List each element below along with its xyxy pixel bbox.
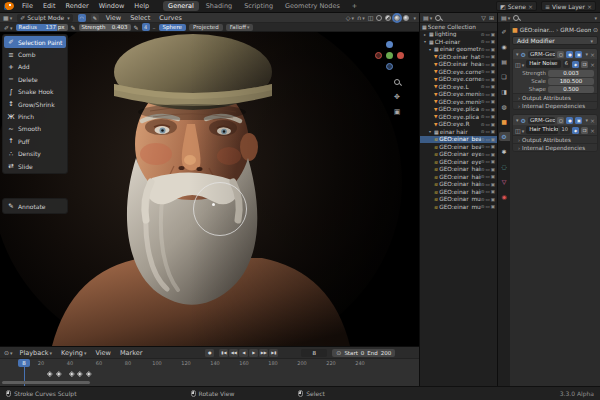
- collapse-icon[interactable]: ▾: [516, 51, 519, 57]
- outliner-row-object[interactable]: ▼GEO:eye.cornea⊙▭▣: [420, 68, 497, 76]
- menu-help[interactable]: Help: [132, 2, 151, 10]
- menu-file[interactable]: File: [20, 2, 35, 10]
- outliner-row-object[interactable]: ≋GEO:einar_must⊙▭▣: [420, 203, 497, 211]
- edit-mode-toggle-icon[interactable]: ▢: [557, 51, 564, 58]
- close-icon[interactable]: ×: [590, 51, 595, 58]
- visibility-icons[interactable]: ⊙▭▣: [481, 92, 495, 97]
- tool-add[interactable]: +Add: [4, 61, 66, 73]
- menu-playback[interactable]: Playback▾: [18, 349, 55, 357]
- outliner-row-object[interactable]: ▼GEO:eye.menisc⊙▭▣: [420, 98, 497, 106]
- workspace-tab-general[interactable]: General: [163, 1, 199, 11]
- tool-pinch[interactable]: ЖPinch: [4, 110, 66, 122]
- realtime-toggle-icon[interactable]: ●: [566, 117, 573, 124]
- modifier-name-field[interactable]: GRM-Geo...: [528, 117, 556, 124]
- overlays-icon[interactable]: ◫: [368, 14, 374, 21]
- falloff-dropdown[interactable]: Falloff▾: [226, 24, 254, 31]
- tab-output-icon[interactable]: ▤: [499, 57, 510, 66]
- unlink-icon[interactable]: ×: [590, 61, 595, 68]
- visibility-icons[interactable]: ⊙▭▣: [481, 152, 495, 157]
- scene-unlink-icon[interactable]: ×: [528, 3, 533, 10]
- play-reverse-icon[interactable]: ◀: [239, 349, 248, 357]
- tab-world-icon[interactable]: ◍: [499, 102, 510, 111]
- keyframe-diamond[interactable]: [69, 371, 74, 376]
- zoom-icon[interactable]: [392, 77, 402, 87]
- outliner-row-object[interactable]: ▼GEO:eye.plica_s⊙▭▣: [420, 113, 497, 121]
- timeline-scrollbar[interactable]: [2, 381, 90, 385]
- outliner-row-object[interactable]: ≋GEO:einar_hair⊙▭▣: [420, 188, 497, 196]
- axis-x-neg-icon[interactable]: [375, 52, 382, 59]
- visibility-icons[interactable]: ⊙▭▣: [481, 39, 495, 44]
- tool-snake-hook[interactable]: ∫Snake Hook: [4, 86, 66, 98]
- outliner-search-icon[interactable]: [435, 15, 441, 21]
- tool-delete[interactable]: −Delete: [4, 73, 66, 85]
- visibility-icons[interactable]: ⊙▭▣: [481, 122, 495, 127]
- outliner-row-object-selected[interactable]: ≋GEO:einar_bear⊙▭▣: [420, 136, 497, 144]
- tool-slide[interactable]: ⇄Slide: [4, 160, 66, 172]
- menu-view[interactable]: View: [104, 14, 123, 22]
- navigation-gizmo[interactable]: [375, 41, 405, 71]
- node-group-name[interactable]: Hair Noise: [526, 60, 561, 68]
- scene-selector[interactable]: ◩ Scene ×: [496, 1, 537, 11]
- outliner-row-object[interactable]: ≋GEO:einar_hair⊙▭▣: [420, 181, 497, 189]
- menu-render[interactable]: Render: [63, 2, 90, 10]
- menu-select[interactable]: Select: [128, 14, 152, 22]
- users-count-badge[interactable]: 10: [560, 126, 570, 134]
- new-collection-icon[interactable]: ⊞: [489, 14, 494, 21]
- brush-icon[interactable]: ✐▾: [4, 24, 13, 31]
- menu-curves[interactable]: Curves: [157, 14, 184, 22]
- strength-pressure-icon[interactable]: ✎: [134, 24, 139, 31]
- workspace-tab-geometry-nodes[interactable]: Geometry Nodes: [280, 1, 345, 11]
- outliner-row-object[interactable]: ≋GEO:einar_must⊙▭▣: [420, 196, 497, 204]
- modifier-header[interactable]: ▾ ⚙ GRM-Geo... ▢ ● ▣ ▾ ×: [513, 115, 597, 125]
- visibility-icons[interactable]: ⊙▭▣: [481, 32, 495, 37]
- properties-search-icon[interactable]: [513, 15, 519, 21]
- outliner-row-object[interactable]: ▼GEO:einar_hat⊙▭▣: [420, 53, 497, 61]
- node-tree-icon[interactable]: ◫▾: [515, 127, 524, 134]
- outliner-row-object[interactable]: ≋GEO:einar_bear⊙▭▣: [420, 143, 497, 151]
- outliner-row-object[interactable]: ≋GEO:einar_eyeb⊙▭▣: [420, 151, 497, 159]
- snap-magnet-icon[interactable]: ∩▾: [357, 14, 365, 21]
- menu-keying[interactable]: Keying▾: [59, 349, 88, 357]
- axis-z-neg-icon[interactable]: [386, 63, 393, 70]
- timeline-ruler[interactable]: 20 40 60 80 100 120 140 160 180 200 220 …: [0, 359, 419, 386]
- axis-z-icon[interactable]: [386, 41, 393, 48]
- visibility-icons[interactable]: ⊙▭▣: [481, 69, 495, 74]
- node-group-name[interactable]: Hair Thickness: [526, 126, 557, 134]
- workspace-tab-scripting[interactable]: Scripting: [239, 1, 278, 11]
- collapse-icon[interactable]: ▾: [516, 117, 519, 123]
- tab-object-icon[interactable]: ■: [499, 117, 510, 126]
- camera-view-icon[interactable]: ▣: [392, 107, 402, 117]
- prev-keyframe-icon[interactable]: ◀◀: [229, 349, 238, 357]
- fake-user-icon[interactable]: ◆: [572, 61, 579, 68]
- jump-to-end-icon[interactable]: ▶▮: [269, 349, 278, 357]
- axis-y-icon[interactable]: [386, 52, 393, 59]
- modifier-name-field[interactable]: GRM-Geo...: [528, 51, 556, 58]
- section-internal-dependencies[interactable]: ›Internal Dependencies: [513, 101, 597, 109]
- workspace-tab-shading[interactable]: Shading: [201, 1, 237, 11]
- outliner-row-object[interactable]: ▼GEO:eye.plica_s⊙▭▣: [420, 106, 497, 114]
- edit-mode-toggle-icon[interactable]: ▢: [557, 117, 564, 124]
- next-keyframe-icon[interactable]: ▶▶: [259, 349, 268, 357]
- tool-grow-shrink[interactable]: ↕Grow/Shrink: [4, 98, 66, 110]
- tab-particles-icon[interactable]: ✱: [499, 147, 510, 156]
- end-frame-field[interactable]: 200: [381, 350, 392, 356]
- visibility-icons[interactable]: ⊙▭▣: [481, 159, 495, 164]
- visibility-icons[interactable]: ⊙▭▣: [481, 144, 495, 149]
- outliner-row-collection[interactable]: ▾▦einar hair⊙▭▣: [420, 128, 497, 136]
- visibility-icons[interactable]: ⊙▭▣: [481, 84, 495, 89]
- section-internal-dependencies[interactable]: ›Internal Dependencies: [513, 143, 597, 151]
- properties-editor-icon[interactable]: ▤▾: [501, 14, 510, 21]
- workspace-add-button[interactable]: +: [347, 1, 362, 11]
- tab-physics-icon[interactable]: ◌: [499, 162, 510, 171]
- shading-material-icon[interactable]: [394, 15, 400, 21]
- shading-rendered-icon[interactable]: [403, 15, 409, 21]
- tab-object-data-icon[interactable]: ▽: [499, 177, 510, 186]
- outliner-row-object[interactable]: ≋GEO:einar_hair⊙▭▣: [420, 166, 497, 174]
- visibility-icons[interactable]: ⊙▭▣: [481, 137, 495, 142]
- visibility-icons[interactable]: ⊙▭▣: [481, 174, 495, 179]
- section-output-attributes[interactable]: ›Output Attributes: [513, 93, 597, 101]
- play-icon[interactable]: ▶: [249, 349, 258, 357]
- tool-density[interactable]: ∴Density: [4, 148, 66, 160]
- outliner-row-object[interactable]: ≋GEO:einar_hair⊙▭▣: [420, 173, 497, 181]
- mask-toggle-icon[interactable]: ✎: [91, 14, 99, 22]
